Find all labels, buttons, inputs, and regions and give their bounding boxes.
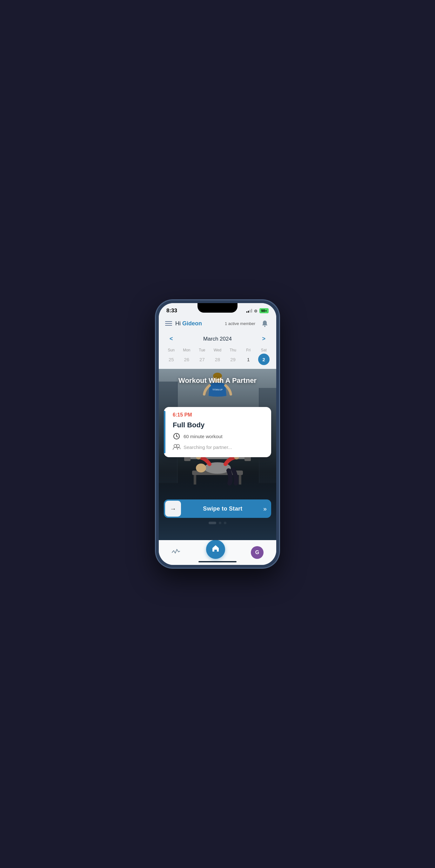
status-time: 8:33 xyxy=(166,308,177,314)
partner-status-text: Searching for partner... xyxy=(183,444,232,450)
swipe-thumb: → xyxy=(165,501,181,517)
notch xyxy=(198,303,237,313)
calendar-day-28[interactable]: 28 xyxy=(212,353,223,365)
calendar-day-27[interactable]: 27 xyxy=(196,353,208,365)
home-indicator-bar xyxy=(198,561,237,562)
swipe-button-area: → Swipe to Start » xyxy=(164,499,271,518)
svg-point-0 xyxy=(264,326,265,327)
day-header-sun: Sun xyxy=(164,347,179,353)
svg-text:TITAN-UP: TITAN-UP xyxy=(212,389,223,391)
workout-duration-row: 60 minute workout xyxy=(173,432,265,440)
app-header: Hi Gideon 1 active member xyxy=(159,316,276,332)
calendar-day-1[interactable]: 1 xyxy=(243,353,254,365)
greeting-prefix: Hi xyxy=(175,320,182,327)
workout-title-overlay: Workout With A Partner xyxy=(159,376,276,385)
svg-rect-5 xyxy=(194,475,196,485)
card-accent-bar xyxy=(164,411,165,454)
header-right: 1 active member xyxy=(225,318,270,329)
home-icon xyxy=(211,544,220,554)
workout-duration-text: 60 minute workout xyxy=(183,434,223,439)
profile-initial: G xyxy=(255,550,259,555)
bell-icon[interactable] xyxy=(260,318,270,329)
calendar-month-year: March 2024 xyxy=(203,336,232,342)
svg-rect-6 xyxy=(239,475,241,485)
bottom-nav: G xyxy=(159,540,276,565)
prev-month-button[interactable]: < xyxy=(167,334,176,343)
double-chevron-icon: » xyxy=(263,505,267,513)
calendar-grid: Sun Mon Tue Wed Thu Fri Sat 25 26 27 28 … xyxy=(164,347,271,365)
partners-icon xyxy=(173,443,180,451)
status-icons: ⊜ 98+ xyxy=(246,308,269,313)
calendar-day-2-today[interactable]: 2 xyxy=(258,353,270,365)
calendar-day-25[interactable]: 25 xyxy=(165,353,177,365)
battery-indicator: 98+ xyxy=(259,308,269,313)
home-fab-button[interactable] xyxy=(206,540,225,559)
swipe-label: Swipe to Start xyxy=(182,505,263,512)
workout-partner-row: Searching for partner... xyxy=(173,443,265,451)
greeting: Hi Gideon xyxy=(175,320,202,327)
phone-frame: 8:33 ⊜ 98+ Hi Gideon 1 active member xyxy=(156,300,279,568)
header-left: Hi Gideon xyxy=(165,320,202,327)
day-header-wed: Wed xyxy=(210,347,225,353)
greeting-name: Gideon xyxy=(182,320,202,327)
arrow-right-icon: → xyxy=(170,505,176,513)
day-header-fri: Fri xyxy=(241,347,256,353)
signal-icon xyxy=(246,309,252,313)
workout-section-title: Workout With A Partner xyxy=(178,376,257,384)
profile-avatar[interactable]: G xyxy=(251,546,264,559)
swipe-to-start-button[interactable]: → Swipe to Start » xyxy=(164,499,271,518)
day-header-tue: Tue xyxy=(195,347,209,353)
calendar-day-29[interactable]: 29 xyxy=(227,353,239,365)
clock-icon xyxy=(173,432,180,440)
calendar-section: < March 2024 > Sun Mon Tue Wed Thu Fri S… xyxy=(159,332,276,369)
day-header-sat: Sat xyxy=(256,347,271,353)
activity-tab[interactable] xyxy=(171,548,180,557)
active-member-count: 1 active member xyxy=(225,321,255,326)
wifi-icon: ⊜ xyxy=(254,309,258,313)
calendar-day-26[interactable]: 26 xyxy=(181,353,192,365)
svg-point-11 xyxy=(196,464,206,472)
next-month-button[interactable]: > xyxy=(259,334,268,343)
activity-icon xyxy=(171,548,180,557)
day-header-thu: Thu xyxy=(226,347,240,353)
workout-time: 6:15 PM xyxy=(173,412,265,418)
main-content: TITAN-UP xyxy=(159,369,276,540)
day-header-mon: Mon xyxy=(179,347,194,353)
workout-card[interactable]: 6:15 PM Full Body 60 minute workout xyxy=(164,407,271,457)
menu-icon[interactable] xyxy=(165,321,172,326)
phone-screen: 8:33 ⊜ 98+ Hi Gideon 1 active member xyxy=(159,303,276,565)
workout-name: Full Body xyxy=(173,421,265,429)
calendar-nav: < March 2024 > xyxy=(164,333,271,345)
